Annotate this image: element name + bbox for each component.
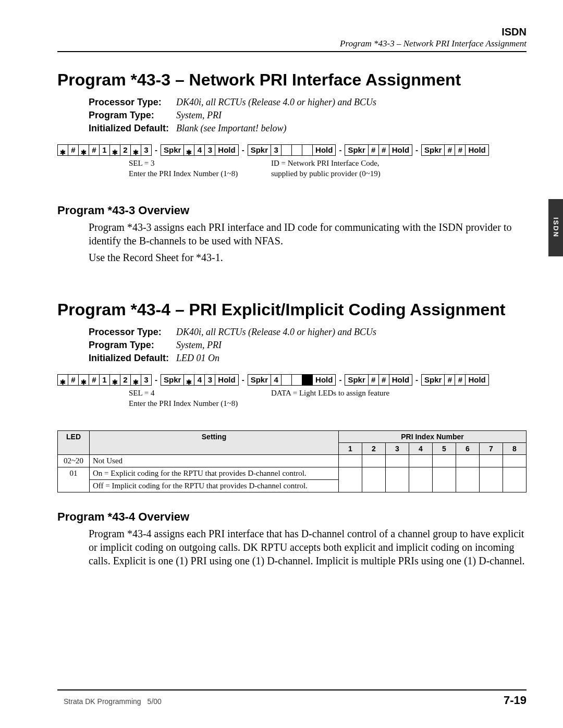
program-433-title: Program *43-3 – Network PRI Interface As… (57, 71, 527, 90)
key: ✱ (79, 145, 89, 155)
key: # (89, 375, 100, 385)
key: Hold (389, 145, 412, 155)
program-434-title: Program *43-4 – PRI Explicit/Implicit Co… (57, 301, 527, 319)
footer-title: Strata DK Programming (64, 697, 141, 706)
meta-label: Processor Type: (89, 327, 176, 338)
key: # (455, 375, 466, 385)
key: Hold (215, 375, 238, 385)
key: 1 (100, 375, 110, 385)
key (292, 375, 302, 385)
cell-setting: Not Used (90, 454, 339, 467)
th-col: 2 (362, 442, 386, 454)
cell-pri (433, 467, 456, 492)
cell-pri (339, 467, 362, 492)
key: 3 (205, 375, 215, 385)
th-col: 8 (503, 442, 527, 454)
key: 3 (141, 145, 151, 155)
th-col: 6 (456, 442, 480, 454)
key: Hold (466, 375, 488, 385)
meta-label: Program Type: (89, 340, 176, 351)
overview-434-p1: Program *43-4 assigns each PRI interface… (89, 527, 527, 567)
key: Hold (466, 145, 488, 155)
key: # (379, 145, 389, 155)
key: 2 (120, 375, 131, 385)
key (282, 145, 292, 155)
key: Spkr (248, 145, 271, 155)
key-group: Spkr##Hold (345, 144, 412, 156)
key: # (445, 375, 455, 385)
side-tab: ISDN (548, 199, 563, 256)
key: Spkr (345, 145, 368, 155)
table-row: 02~20Not Used (58, 454, 527, 467)
meta-label: Program Type: (89, 110, 176, 121)
anno-index: Enter the PRI Index Number (1~8) (129, 169, 238, 178)
header-section: ISDN (57, 26, 527, 38)
key: # (445, 145, 455, 155)
cell-pri (503, 454, 527, 467)
cell-pri (409, 454, 433, 467)
th-led: LED (58, 430, 90, 454)
key-group: Spkr3 Hold (248, 144, 336, 156)
program-434-meta: Processor Type:DK40i, all RCTUs (Release… (89, 327, 527, 364)
key: 4 (194, 145, 205, 155)
th-setting: Setting (90, 430, 339, 454)
key: 2 (120, 145, 131, 155)
key-group: Spkr✱43Hold (161, 144, 239, 156)
cell-led: 01 (58, 467, 90, 492)
key: 1 (100, 145, 110, 155)
cell-led: 02~20 (58, 454, 90, 467)
cell-pri (433, 454, 456, 467)
key: Hold (313, 145, 335, 155)
key: Hold (313, 375, 335, 385)
anno-index: Enter the PRI Index Number (1~8) (129, 399, 238, 408)
key-group: Spkr##Hold (421, 374, 489, 386)
key: 3 (271, 145, 282, 155)
key-group: Spkr##Hold (345, 374, 412, 386)
key: Spkr (248, 375, 271, 385)
cell-setting: On = Explicit coding for the RPTU that p… (90, 467, 339, 479)
key (292, 145, 302, 155)
key: Spkr (422, 375, 445, 385)
cell-pri (362, 454, 386, 467)
key: # (89, 145, 100, 155)
th-col: 5 (433, 442, 456, 454)
anno-id2: supplied by public provider (0~19) (271, 169, 381, 178)
cell-pri (456, 467, 480, 492)
cell-pri (339, 454, 362, 467)
anno-data: DATA = Light LEDs to assign feature (271, 389, 389, 398)
header-subtitle: Program *43-3 – Network PRI Interface As… (57, 39, 527, 49)
key-group: Spkr✱43Hold (161, 374, 239, 386)
cell-setting: Off = Implicit coding for the RPTU that … (90, 479, 339, 492)
cell-pri (503, 467, 527, 492)
key: # (68, 375, 79, 385)
key: 4 (271, 375, 282, 385)
footer-page: 7-19 (504, 694, 527, 707)
meta-label: Processor Type: (89, 97, 176, 108)
meta-label: Initialized Default: (89, 353, 176, 364)
cell-pri (362, 467, 386, 492)
th-pri: PRI Index Number (339, 430, 527, 442)
meta-value: System, PRI (176, 340, 222, 351)
key: # (455, 145, 466, 155)
keyseq-434: ✱#✱#1✱2✱3-Spkr✱43Hold-Spkr4 Hold-Spkr##H… (57, 374, 527, 419)
key: Spkr (345, 375, 368, 385)
meta-value: DK40i, all RCTUs (Release 4.0 or higher)… (176, 327, 376, 338)
key-group: ✱#✱#1✱2✱3 (57, 144, 152, 156)
key (282, 375, 292, 385)
anno-id1: ID = Network PRI Interface Code, (271, 159, 380, 168)
cell-pri (386, 454, 409, 467)
page-header: ISDN Program *43-3 – Network PRI Interfa… (57, 26, 527, 52)
key: Hold (389, 375, 412, 385)
key: Spkr (161, 375, 184, 385)
key: ✱ (110, 375, 120, 385)
meta-value: LED 01 On (176, 353, 219, 364)
overview-433-p2: Use the Record Sheet for *43-1. (89, 251, 527, 264)
key: Hold (215, 145, 238, 155)
key-group: ✱#✱#1✱2✱3 (57, 374, 152, 386)
meta-label: Initialized Default: (89, 123, 176, 134)
key: ✱ (131, 375, 141, 385)
meta-value: Blank (see Important! below) (176, 123, 286, 134)
key: Spkr (422, 145, 445, 155)
cell-pri (480, 467, 503, 492)
key: ✱ (58, 375, 68, 385)
